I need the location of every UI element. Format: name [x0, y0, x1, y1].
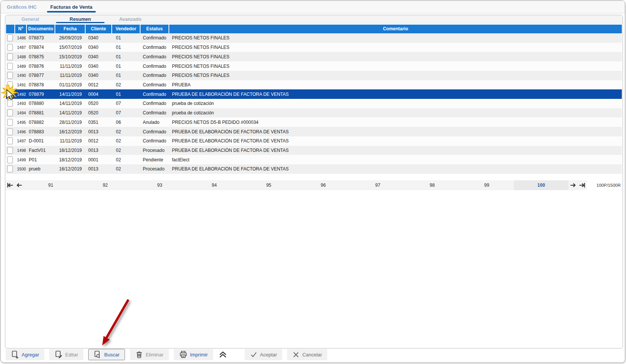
table-row[interactable]: 1497D-000111/11/2019001202ConfirmadoPRUE… — [6, 136, 622, 146]
add-document-icon — [11, 350, 19, 359]
row-checkbox[interactable] — [7, 91, 13, 98]
toolbar-button-label: Aceptar — [260, 352, 277, 358]
subtab-avanzado[interactable]: Avanzado — [105, 15, 155, 23]
toolbar-button-label: Imprimir — [190, 352, 208, 358]
column-header-fecha[interactable]: Fecha — [55, 25, 86, 33]
cell-comentario: PRECIOS NETOS FINALES — [169, 73, 622, 78]
cell-fecha: 28/11/2019 — [55, 120, 86, 125]
page-number-92[interactable]: 92 — [78, 180, 133, 190]
table-row[interactable]: 148607887326/09/2019034001ConfirmadoPREC… — [6, 33, 622, 43]
row-checkbox-cell — [6, 53, 15, 60]
table-row[interactable]: 149607888316/12/2019001302ConfirmadoPRUE… — [6, 127, 622, 136]
page-number-100[interactable]: 100 — [514, 180, 568, 190]
double-chevron-up-icon — [218, 351, 228, 358]
next-page-button[interactable] — [568, 182, 578, 189]
row-checkbox[interactable] — [7, 72, 13, 79]
table-row[interactable]: 148707887415/07/2019034001ConfirmadoPREC… — [6, 43, 622, 52]
row-checkbox-cell — [6, 63, 15, 70]
cell-estatus: Confirmado — [140, 82, 169, 87]
column-header-estatus[interactable]: Estatus — [140, 25, 169, 33]
table-row[interactable]: 149307888014/11/2019052007Confirmadoprue… — [6, 99, 622, 108]
row-checkbox[interactable] — [7, 166, 13, 172]
cell-fecha: 16/12/2019 — [55, 166, 86, 172]
column-header-vendedor[interactable]: Vendedor — [112, 25, 140, 33]
aceptar-button[interactable]: Aceptar — [245, 349, 283, 360]
table-row[interactable]: 149207887914/11/2019000401ConfirmadoPRUE… — [6, 89, 622, 99]
column-header-n[interactable]: Nº — [15, 25, 27, 33]
row-checkbox[interactable] — [7, 44, 13, 51]
toolbar-collapse-button[interactable] — [218, 351, 228, 358]
cell-cliente: 0340 — [86, 45, 112, 50]
page-number-97[interactable]: 97 — [350, 180, 405, 190]
page-number-99[interactable]: 99 — [459, 180, 514, 190]
table-row[interactable]: 149507888228/11/2019035106AnuladoPRECIOS… — [6, 117, 622, 127]
tab-graficos-ihc[interactable]: Gráficos IHC — [6, 1, 38, 13]
sub-tab-bar: General Resumen Avanzado — [5, 15, 623, 23]
row-checkbox-cell — [6, 72, 15, 79]
cell-documento: prueb — [27, 166, 55, 172]
page-number-96[interactable]: 96 — [296, 180, 351, 190]
column-header-comentario[interactable]: Comentario — [169, 25, 622, 33]
row-checkbox[interactable] — [7, 53, 13, 60]
row-checkbox-cell — [6, 128, 15, 135]
toolbar-button-label: Buscar — [104, 352, 119, 358]
table-row[interactable]: 148907887611/11/2019034001ConfirmadoPREC… — [6, 61, 622, 71]
row-checkbox[interactable] — [7, 119, 13, 126]
row-checkbox[interactable] — [7, 147, 13, 154]
page-number-94[interactable]: 94 — [187, 180, 242, 190]
row-checkbox[interactable] — [7, 137, 13, 144]
column-header-cliente[interactable]: Cliente — [86, 25, 112, 33]
cell-numero: 1495 — [15, 120, 27, 125]
cell-comentario: prueba de cotización — [169, 110, 622, 116]
row-checkbox[interactable] — [7, 81, 13, 88]
first-page-button[interactable] — [5, 182, 14, 189]
subtab-resumen[interactable]: Resumen — [55, 15, 105, 23]
table-row[interactable]: 148807887515/10/2019034001ConfirmadoPREC… — [6, 52, 622, 61]
row-checkbox[interactable] — [7, 34, 13, 41]
column-header-select[interactable] — [6, 25, 15, 33]
column-header-documento[interactable]: Documento — [27, 25, 55, 33]
page-number-98[interactable]: 98 — [405, 180, 459, 190]
cell-documento: 078878 — [27, 82, 55, 87]
page-number-93[interactable]: 93 — [133, 180, 187, 190]
buscar-button[interactable]: Buscar — [88, 349, 125, 360]
row-checkbox[interactable] — [7, 100, 13, 107]
table-row[interactable]: 149107887801/11/2019001202ConfirmadoPRUE… — [6, 80, 622, 90]
cell-documento: D-0001 — [27, 138, 55, 144]
eliminar-button[interactable]: Eliminar — [130, 349, 169, 360]
row-checkbox[interactable] — [7, 128, 13, 135]
table-row[interactable]: 1499P0118/12/2019000102PendientefactElec… — [6, 155, 622, 164]
cell-fecha: 14/11/2019 — [55, 92, 86, 97]
cell-documento: 078883 — [27, 129, 55, 134]
cancelar-button[interactable]: Cancelar — [287, 349, 327, 360]
table-row[interactable]: 1500prueb16/12/2019001302ProcesadoPRUEBA… — [6, 164, 622, 174]
x-icon — [292, 351, 300, 358]
cell-estatus: Confirmado — [140, 54, 169, 59]
row-checkbox-cell — [6, 44, 15, 51]
cell-comentario: PRUEBA DE ELABORACIÓN DE FACTORA DE VENT… — [169, 92, 622, 97]
cell-documento: 078874 — [27, 45, 55, 50]
cell-cliente: 0351 — [86, 120, 112, 125]
cell-fecha: 14/11/2019 — [55, 101, 86, 106]
imprimir-button[interactable]: Imprimir — [174, 349, 213, 360]
cell-estatus: Confirmado — [140, 35, 169, 41]
editar-button[interactable]: Editar — [49, 349, 83, 360]
subtab-general[interactable]: General — [5, 15, 55, 23]
tab-facturas-de-venta[interactable]: Facturas de Venta — [49, 1, 94, 13]
row-checkbox[interactable] — [7, 156, 13, 163]
last-page-button[interactable] — [578, 182, 587, 189]
cell-cliente: 0340 — [86, 54, 112, 59]
row-checkbox[interactable] — [7, 109, 13, 116]
cell-fecha: 26/09/2019 — [55, 35, 86, 41]
page-number-95[interactable]: 95 — [242, 180, 296, 190]
cell-comentario: PRUEBA DE ELABORACIÓN DE FACTORA DE VENT… — [169, 166, 622, 172]
row-checkbox[interactable] — [7, 63, 13, 70]
page-number-91[interactable]: 91 — [23, 180, 78, 190]
printer-icon — [179, 350, 187, 359]
agregar-button[interactable]: Agregar — [6, 349, 44, 360]
table-row[interactable]: 1498FactV0116/12/2019001302ProcesadoPRUE… — [6, 146, 622, 155]
table-row[interactable]: 149407888114/11/2019052007Confirmadoprue… — [6, 108, 622, 118]
table-row[interactable]: 149007887711/11/2019034001ConfirmadoPREC… — [6, 71, 622, 80]
prev-page-button[interactable] — [14, 182, 23, 189]
table-header-row: NºDocumentoFechaClienteVendedorEstatusCo… — [6, 25, 622, 33]
